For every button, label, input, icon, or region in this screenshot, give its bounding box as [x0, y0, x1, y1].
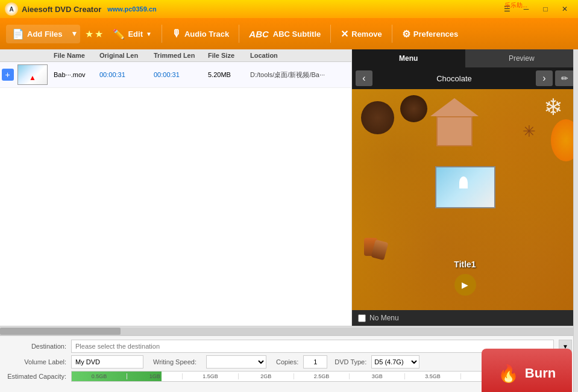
- cap-3: 3GB: [349, 373, 404, 379]
- flame-icon: 🔥: [498, 364, 519, 384]
- row-thumb: ▲: [15, 64, 51, 85]
- cookie-1: [361, 101, 394, 134]
- star2-icon[interactable]: ★: [95, 28, 103, 40]
- file-size: 5.20MB: [208, 71, 250, 78]
- title-arrow: ↑: [462, 204, 468, 208]
- header-trimmed: Trimmed Len: [154, 52, 208, 59]
- close-button[interactable]: ✕: [556, 2, 573, 16]
- volume-label-input[interactable]: [71, 355, 143, 369]
- header-original: Original Len: [99, 52, 154, 59]
- snowflake-icon: ❄: [544, 94, 563, 120]
- dvd-prev-button[interactable]: ‹: [356, 70, 372, 86]
- estimated-capacity-label: Estimated Capacity:: [6, 373, 66, 380]
- destination-label: Destination:: [6, 343, 66, 350]
- copies-input[interactable]: [303, 355, 327, 369]
- no-menu-checkbox[interactable]: [358, 314, 366, 322]
- main-area: File Name Original Len Trimmed Len File …: [0, 49, 578, 326]
- website: www.pc0359.cn: [107, 5, 157, 13]
- dvd-menu-title: Chocolate: [375, 74, 533, 83]
- cap-2: 2GB: [238, 373, 294, 379]
- horizontal-scrollbar[interactable]: [0, 326, 578, 335]
- copies-label: Copies:: [276, 358, 298, 366]
- remove-icon: ✕: [341, 28, 348, 40]
- dvd-panel: Menu Preview ‹ Chocolate › ✏ ❄ ✳: [352, 49, 578, 326]
- abc-icon: ABC: [249, 29, 269, 39]
- tab-menu[interactable]: Menu: [352, 49, 465, 67]
- file-list: File Name Original Len Trimmed Len File …: [0, 49, 352, 326]
- row-check: +: [0, 69, 15, 81]
- dvd-thumb-content: [436, 167, 494, 207]
- original-time: 00:00:31: [99, 71, 154, 78]
- dvd-preview-area: ❄ ✳ ↑ Title1 ▶: [352, 89, 578, 310]
- edit-icon: ✏️: [113, 28, 125, 40]
- star-icon[interactable]: ★: [85, 28, 93, 40]
- dvd-play-button[interactable]: ▶: [454, 274, 476, 296]
- no-menu-label[interactable]: No Menu: [369, 314, 399, 322]
- dvd-type-dropdown[interactable]: D5 (4.7G): [371, 355, 419, 369]
- file-name: Bab···.mov: [51, 71, 99, 78]
- tab-preview[interactable]: Preview: [465, 49, 579, 67]
- header-thumb: [15, 52, 51, 59]
- separator1: [162, 25, 162, 43]
- writing-speed-dropdown[interactable]: [206, 355, 266, 369]
- file-list-header: File Name Original Len Trimmed Len File …: [0, 49, 351, 62]
- dvd-type-label: DVD Type:: [335, 358, 366, 366]
- subtitle-button[interactable]: ABC ABC Subtitle: [243, 25, 327, 43]
- add-to-list-button[interactable]: +: [2, 69, 14, 81]
- titlebar: A Aieesoft DVD Creator www.pc0359.cn 乐乐助…: [0, 0, 578, 18]
- add-files-dropdown[interactable]: ▼: [69, 26, 81, 42]
- add-files-button[interactable]: 📄 Add Files: [6, 25, 69, 43]
- dvd-title-thumb[interactable]: ↑: [435, 166, 495, 208]
- header-location: Location: [250, 52, 351, 59]
- house-body: [436, 116, 473, 146]
- header-size: File Size: [208, 52, 250, 59]
- favorites-area: ★ ★: [85, 28, 103, 40]
- file-thumbnail: ▲: [17, 64, 48, 85]
- gingerbread-house: [430, 98, 479, 146]
- logo-area: A Aieesoft DVD Creator www.pc0359.cn: [5, 2, 157, 16]
- header-check: [0, 52, 15, 59]
- dvd-menu-bar: ‹ Chocolate › ✏: [352, 67, 578, 89]
- app-logo: A: [5, 2, 18, 16]
- play-arrow: ▲: [29, 73, 36, 82]
- table-row[interactable]: + ▲ Bab···.mov 00:00:31 00:00:31 5.20MB …: [0, 62, 351, 88]
- scrollbar-track: [0, 328, 578, 335]
- file-location: D:/tools/桌面/新视频/Ba···: [250, 70, 351, 79]
- toolbar: 📄 Add Files ▼ ★ ★ ✏️ Edit ▼ 🎙 Audio Trac…: [0, 18, 578, 49]
- right-scrollbar[interactable]: [573, 49, 578, 392]
- edit-dropdown-arrow: ▼: [146, 31, 152, 37]
- gear-icon: ⚙: [402, 28, 410, 40]
- burn-label: Burn: [525, 366, 556, 381]
- house-roof: [430, 98, 479, 116]
- thumb-image: ▲: [18, 65, 47, 84]
- app-title: Aieesoft DVD Creator: [22, 5, 101, 14]
- title1-label: Title1: [454, 260, 476, 269]
- volume-label: Volume Label:: [6, 358, 66, 366]
- separator3: [330, 25, 331, 43]
- maximize-button[interactable]: □: [537, 2, 554, 16]
- audio-track-button[interactable]: 🎙 Audio Track: [166, 25, 235, 43]
- writing-speed-label: Writing Speed:: [153, 358, 201, 366]
- burn-button[interactable]: 🔥 Burn: [482, 349, 572, 392]
- corner-text: 乐乐助...: [502, 0, 530, 11]
- header-name: File Name: [51, 52, 99, 59]
- separator4: [392, 25, 392, 43]
- preferences-button[interactable]: ⚙ Preferences: [396, 25, 464, 43]
- bottom-panel: Destination: ▼ Volume Label: Writing Spe…: [0, 335, 578, 392]
- no-menu-area: No Menu: [352, 310, 578, 326]
- star-spice-icon: ✳: [523, 122, 536, 141]
- dvd-edit-button[interactable]: ✏: [555, 70, 574, 86]
- cap-1.5: 1.5GB: [182, 373, 237, 379]
- mic-icon: 🎙: [172, 28, 181, 39]
- trimmed-time: 00:00:31: [154, 71, 208, 78]
- person-silhouette: [459, 176, 468, 188]
- cap-2.5: 2.5GB: [294, 373, 349, 379]
- separator2: [239, 25, 239, 43]
- add-files-group: 📄 Add Files ▼: [6, 25, 80, 43]
- cookie-2: [400, 95, 427, 122]
- scrollbar-thumb[interactable]: [0, 328, 121, 335]
- edit-button[interactable]: ✏️ Edit ▼: [107, 25, 157, 43]
- dvd-tabs: Menu Preview: [352, 49, 578, 67]
- dvd-next-button[interactable]: ›: [536, 70, 553, 86]
- remove-button[interactable]: ✕ Remove: [335, 25, 388, 43]
